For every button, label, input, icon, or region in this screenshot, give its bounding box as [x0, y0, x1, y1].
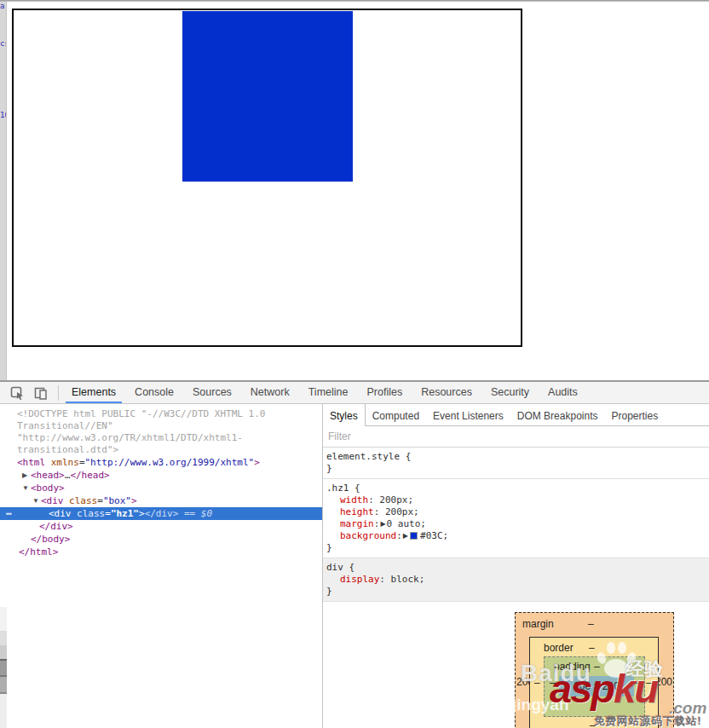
devtools-tab-network[interactable]: Network	[241, 382, 299, 403]
css-declaration[interactable]: display: block;	[326, 574, 707, 586]
inspect-element-icon[interactable]	[10, 386, 24, 400]
code-token: width	[340, 494, 368, 506]
expanded-arrow-icon[interactable]: ▼	[22, 482, 31, 494]
code-token: >	[139, 508, 145, 519]
sidebar-tab-event-listeners[interactable]: Event Listeners	[426, 404, 510, 425]
dom-tree-line[interactable]: </div>	[0, 520, 322, 533]
more-actions-ellipsis[interactable]: ⋯	[6, 507, 13, 520]
devtools-tab-elements[interactable]: Elements	[62, 382, 125, 403]
dom-tree-line[interactable]: Transitional//EN"	[0, 420, 322, 432]
window-edge-segment	[0, 607, 7, 631]
dom-tree-line[interactable]: ⋯<div class="hz1"></div> == $0	[0, 507, 322, 520]
code-token: >	[254, 457, 260, 468]
style-rules: element.style {}.hz1 {width: 200px;heigh…	[323, 448, 709, 602]
dom-tree-line[interactable]: ▼<body>	[0, 482, 322, 494]
css-declaration[interactable]: background:▶#03C;	[326, 530, 707, 542]
style-rule: element.style {}	[323, 448, 709, 479]
box-model-content[interactable]: 200 × 200	[559, 676, 634, 696]
box-model-margin[interactable]: margin – 200 200 border – – – – padding …	[515, 612, 674, 728]
sidebar-tab-computed[interactable]: Computed	[366, 404, 426, 425]
box-model-border-label: border	[544, 642, 574, 654]
code-token: Transitional//EN"	[17, 420, 113, 431]
devtools-toolbar: ElementsConsoleSourcesNetworkTimelinePro…	[0, 380, 709, 404]
margin-top-value: –	[588, 618, 594, 630]
dom-tree-line[interactable]: <html xmlns="http://www.w3.org/1999/xhtm…	[0, 456, 322, 469]
toolbar-separator	[58, 385, 59, 401]
box-model-margin-label: margin	[522, 618, 554, 630]
dom-tree-line[interactable]: transitional.dtd">	[0, 444, 322, 456]
scrollbar-thumb[interactable]	[0, 677, 7, 692]
padding-left-value: –	[550, 677, 556, 689]
css-declaration[interactable]: margin:▶0 auto;	[326, 518, 707, 530]
devtools-tab-security[interactable]: Security	[481, 382, 539, 403]
sidebar-tab-styles[interactable]: Styles	[323, 404, 366, 426]
page-box-div	[12, 9, 522, 347]
code-token: </div>	[39, 521, 73, 532]
css-declaration[interactable]: height: 200px;	[326, 506, 707, 518]
devtools-tab-resources[interactable]: Resources	[412, 382, 481, 403]
rule-close-brace: }	[326, 463, 707, 475]
code-token: </body>	[31, 534, 70, 545]
code-token: </div>	[145, 508, 179, 519]
devtools-tab-profiles[interactable]: Profiles	[357, 382, 412, 403]
dotcom-watermark: .com	[669, 699, 706, 718]
left-window-edge: a;cs10	[0, 2, 7, 380]
border-top-value: –	[589, 642, 595, 654]
scrollbar-thumb[interactable]	[0, 661, 7, 675]
code-token: ▶	[403, 532, 408, 540]
dom-tree: <!DOCTYPE html PUBLIC "-//W3C//DTD XHTML…	[0, 404, 322, 728]
code-token: <body>	[31, 482, 65, 494]
dom-tree-line[interactable]: ▼<div class="box">	[0, 494, 322, 507]
window-edge-segment	[0, 694, 7, 728]
sidebar-tabs-rest: ComputedEvent ListenersDOM BreakpointsPr…	[366, 404, 709, 426]
code-token: class	[64, 495, 98, 506]
style-rule: .hz1 {width: 200px;height: 200px;margin:…	[323, 479, 709, 558]
devtools-tab-audits[interactable]: Audits	[539, 382, 587, 403]
styles-sidebar: StylesComputedEvent ListenersDOM Breakpo…	[322, 404, 709, 728]
devtools-tab-timeline[interactable]: Timeline	[299, 382, 358, 403]
dom-tree-line[interactable]: <!DOCTYPE html PUBLIC "-//W3C//DTD XHTML…	[0, 408, 322, 420]
rule-selector[interactable]: .hz1 {	[326, 482, 707, 494]
code-token: ▶	[380, 520, 385, 528]
devtools-panel: ElementsConsoleSourcesNetworkTimelinePro…	[0, 380, 709, 728]
page-blue-square	[182, 11, 353, 182]
border-left-value: –	[534, 677, 540, 689]
device-toolbar-icon[interactable]	[34, 386, 48, 400]
code-token: : 200px;	[368, 494, 413, 506]
sidebar-tab-properties[interactable]: Properties	[604, 404, 665, 425]
code-token: : 200px;	[374, 506, 419, 517]
css-declaration[interactable]: width: 200px;	[326, 494, 707, 506]
dom-tree-line[interactable]: "http://www.w3.org/TR/xhtml1/DTD/xhtml1-	[0, 432, 322, 444]
styles-filter-input[interactable]	[323, 426, 701, 447]
style-rule: div {display: block;}	[323, 558, 709, 602]
code-token: =	[79, 457, 85, 468]
code-token: display	[340, 574, 379, 585]
code-token: "http://www.w3.org/1999/xhtml"	[85, 457, 255, 468]
box-model-padding[interactable]: padding – – – 200 × 200	[544, 656, 645, 717]
code-token: background	[340, 530, 396, 541]
box-model-border[interactable]: border – – – – padding – – – 200 × 200	[529, 637, 659, 728]
color-swatch[interactable]	[410, 532, 418, 540]
rule-selector[interactable]: div {	[326, 562, 707, 574]
code-token: transitional.dtd">	[17, 444, 118, 455]
border-right-value: –	[646, 677, 652, 689]
code-token: =	[105, 508, 111, 519]
rule-close-brace: }	[326, 586, 707, 598]
code-token: "http://www.w3.org/TR/xhtml1/DTD/xhtml1-	[17, 432, 243, 443]
dom-tree-line[interactable]: </body>	[0, 533, 322, 546]
window-edge-segment	[0, 631, 7, 645]
expanded-arrow-icon[interactable]: ▼	[32, 494, 41, 507]
code-token: <head>	[31, 470, 65, 481]
dom-tree-line[interactable]: </html>	[0, 546, 322, 558]
devtools-tab-sources[interactable]: Sources	[183, 382, 241, 403]
border-bottom-value: –	[590, 719, 596, 728]
devtools-tab-console[interactable]: Console	[125, 382, 183, 403]
rendered-page	[7, 2, 709, 380]
collapsed-arrow-icon[interactable]: ▶	[22, 469, 31, 482]
sidebar-tab-dom-breakpoints[interactable]: DOM Breakpoints	[510, 404, 605, 425]
code-token: class	[72, 508, 106, 519]
clipped-text-fragment: 10	[0, 111, 7, 119]
rule-selector[interactable]: element.style {	[326, 451, 707, 463]
clipped-text-fragment: a;	[0, 2, 7, 10]
dom-tree-line[interactable]: ▶<head>…</head>	[0, 469, 322, 482]
